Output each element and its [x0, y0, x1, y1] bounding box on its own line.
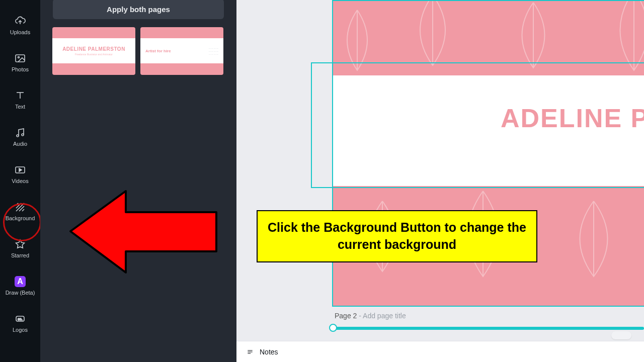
sidebar-item-uploads[interactable]: Uploads	[0, 10, 40, 42]
sidebar-item-audio[interactable]: Audio	[0, 122, 40, 154]
page-number: Page 2	[335, 312, 357, 320]
sidebar-item-label: Audio	[13, 141, 27, 147]
thumb-sub: Freelance Illustrator and Animator	[75, 53, 113, 56]
sidebar-item-label: Logos	[13, 327, 28, 333]
template-thumb-front[interactable]: ADELINE PALMERSTON Freelance Illustrator…	[52, 27, 135, 75]
sidebar-item-background[interactable]: Background	[0, 196, 40, 228]
star-icon	[14, 238, 26, 250]
sidebar-item-videos[interactable]: Videos	[0, 159, 40, 191]
svg-point-1	[18, 57, 20, 58]
sidebar-item-label: Uploads	[10, 29, 30, 35]
image-icon	[14, 52, 26, 64]
sidebar-item-label: Text	[15, 104, 25, 110]
music-note-icon	[14, 127, 26, 139]
sidebar: Uploads Photos Text Audio Videos Backgro…	[0, 0, 40, 362]
page-label[interactable]: Page 2 - Add page title	[335, 312, 406, 320]
thumb-title: ADELINE PALMERSTON	[62, 46, 125, 52]
sidebar-item-label: Background	[6, 215, 35, 221]
sidebar-item-label: Videos	[12, 178, 28, 184]
cloud-upload-icon	[14, 15, 26, 27]
text-icon	[14, 89, 26, 102]
draw-app-icon: A	[14, 276, 26, 288]
video-icon	[14, 164, 26, 176]
bottom-bar: Notes	[236, 341, 644, 362]
sidebar-item-logos[interactable]: co. Logos	[0, 308, 40, 340]
svg-rect-0	[16, 55, 25, 62]
svg-point-2	[17, 135, 19, 137]
svg-point-3	[22, 134, 24, 136]
page-title-hint: - Add page title	[357, 312, 406, 320]
annotation-callout: Click the Background Button to change th…	[257, 210, 537, 262]
background-hatch-icon	[14, 201, 26, 213]
sidebar-item-starred[interactable]: Starred	[0, 233, 40, 265]
sidebar-item-photos[interactable]: Photos	[0, 47, 40, 79]
sidebar-item-label: Photos	[12, 66, 29, 72]
callout-text: Click the Background Button to change th…	[268, 219, 526, 253]
floating-pill-control[interactable]	[611, 331, 631, 339]
notes-button[interactable]: Notes	[260, 348, 278, 356]
canvas-area[interactable]: ADELINE PALM Freelance Illustrator and A…	[236, 0, 644, 362]
sidebar-item-label: Draw (Beta)	[6, 290, 35, 296]
timeline-handle[interactable]	[329, 324, 337, 332]
logos-icon: co.	[14, 313, 26, 325]
thumb-title: Artist for hire	[145, 49, 171, 53]
template-thumbnails: ADELINE PALMERSTON Freelance Illustrator…	[40, 19, 236, 75]
sidebar-item-draw-beta[interactable]: A Draw (Beta)	[0, 270, 40, 303]
timeline-track[interactable]	[332, 327, 644, 330]
side-panel: Apply both pages ADELINE PALMERSTON Free…	[40, 0, 236, 362]
notes-icon[interactable]	[246, 348, 255, 355]
apply-both-pages-button[interactable]: Apply both pages	[53, 0, 224, 19]
template-thumb-back[interactable]: Artist for hire — — — — — — — — — — — —	[140, 27, 223, 75]
sidebar-item-label: Starred	[11, 252, 29, 258]
svg-text:co.: co.	[18, 317, 22, 321]
sidebar-item-text[interactable]: Text	[0, 84, 40, 117]
